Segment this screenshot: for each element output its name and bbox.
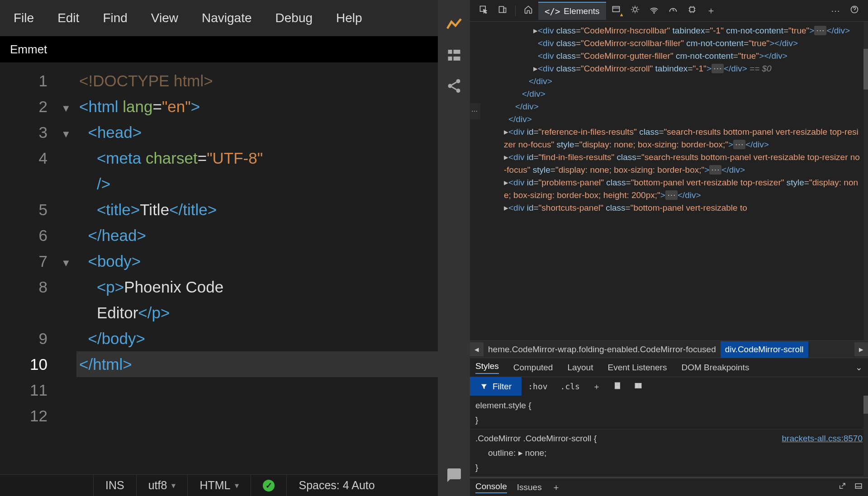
status-lint[interactable]: ✓ [251, 475, 287, 496]
tab-layout[interactable]: Layout [567, 363, 593, 373]
status-encoding[interactable]: utf8▾ [137, 475, 188, 496]
line-number: 5 [0, 197, 47, 222]
bug-icon[interactable] [626, 5, 644, 16]
performance-icon[interactable] [664, 5, 682, 16]
line-number: 12 [0, 403, 47, 429]
svg-rect-4 [499, 6, 504, 12]
line-gutter: 1 2 3 4 5 6 7 8 9 10 11 12 [0, 68, 61, 474]
chevron-down-icon[interactable]: ⌄ [855, 362, 863, 373]
popup-icon[interactable] [838, 482, 846, 492]
tab-console[interactable]: Console [475, 482, 507, 493]
svg-rect-5 [504, 8, 506, 13]
drawer-tabs: Console Issues ＋ [470, 477, 868, 496]
breadcrumb-prev-icon[interactable]: ◂ [470, 342, 484, 356]
more-icon[interactable]: ⋯ [826, 5, 844, 16]
menubar: File Edit Find View Navigate Debug Help [0, 0, 438, 36]
status-language[interactable]: HTML▾ [188, 475, 251, 496]
tab-elements[interactable]: </> Elements [538, 2, 606, 20]
tab-dom-breakpoints[interactable]: DOM Breakpoints [681, 363, 749, 373]
tab-styles[interactable]: Styles [475, 361, 499, 374]
fold-toggle-icon[interactable]: ▼ [61, 250, 71, 276]
extensions-icon[interactable] [446, 47, 462, 65]
fold-toggle-icon[interactable]: ▼ [61, 121, 71, 147]
breadcrumb-item[interactable]: heme.CodeMirror-wrap.folding-enabled.Cod… [484, 341, 721, 358]
collapse-drawer-icon[interactable] [854, 482, 863, 492]
code-icon: </> [545, 6, 560, 16]
menu-find[interactable]: Find [103, 11, 127, 25]
code-body[interactable]: <!DOCTYPE html> <html lang="en"> <head> … [79, 68, 438, 474]
cls-toggle[interactable]: .cls [554, 382, 586, 391]
panel-layout-icon[interactable] [628, 382, 649, 392]
share-icon[interactable] [446, 78, 462, 96]
menu-file[interactable]: File [14, 11, 34, 25]
fold-toggle-icon[interactable]: ▼ [61, 95, 71, 121]
line-number: 3 [0, 119, 47, 145]
svg-point-2 [456, 89, 460, 93]
live-preview-icon[interactable] [446, 16, 462, 34]
menu-edit[interactable]: Edit [57, 11, 79, 25]
svg-point-8 [654, 13, 655, 14]
sources-icon[interactable]: ▲ [607, 5, 625, 16]
line-number: 8 [0, 274, 47, 300]
line-number: 10 [0, 351, 47, 377]
tab-issues[interactable]: Issues [517, 482, 542, 492]
check-icon: ✓ [263, 480, 275, 491]
line-number: 4 [0, 145, 47, 171]
tab-bar: Emmet [0, 36, 438, 62]
tab-emmet[interactable]: Emmet [10, 43, 47, 57]
breadcrumb-item[interactable]: div.CodeMirror-scroll [721, 341, 808, 358]
svg-point-7 [633, 8, 636, 11]
chevron-down-icon: ▾ [235, 481, 239, 491]
devtools-pane: </> Elements ▲ ＋ ⋯ ⋯ ▸<div class="CodeMi… [470, 0, 868, 496]
add-tab-icon[interactable]: ＋ [702, 5, 720, 17]
line-number: 6 [0, 222, 47, 248]
network-icon[interactable] [645, 5, 663, 16]
svg-rect-6 [612, 6, 619, 12]
add-tab-icon[interactable]: ＋ [552, 482, 560, 493]
help-icon[interactable] [845, 5, 863, 16]
memory-icon[interactable] [683, 5, 701, 16]
status-spacer [0, 475, 94, 496]
status-bar: INS utf8▾ HTML▾ ✓ Spaces: 4 Auto [0, 474, 438, 496]
styles-filter-bar: Filter :hov .cls ＋ [470, 377, 868, 396]
chat-icon[interactable] [446, 467, 462, 485]
home-icon[interactable] [519, 5, 537, 16]
svg-rect-13 [855, 484, 862, 489]
tab-computed[interactable]: Computed [513, 363, 553, 373]
line-number: 11 [0, 377, 47, 403]
line-number: 7 [0, 248, 47, 274]
status-insert-mode[interactable]: INS [94, 475, 137, 496]
line-number: 2 [0, 94, 47, 119]
editor-pane: File Edit Find View Navigate Debug Help … [0, 0, 438, 496]
hov-toggle[interactable]: :hov [522, 382, 554, 391]
tab-event-listeners[interactable]: Event Listeners [607, 363, 667, 373]
svg-rect-9 [690, 7, 694, 12]
code-editor[interactable]: 1 2 3 4 5 6 7 8 9 10 11 12 ▼ ▼ ▼ <!DOCTY… [0, 62, 438, 474]
menu-navigate[interactable]: Navigate [202, 11, 252, 25]
menu-debug[interactable]: Debug [275, 11, 313, 25]
dom-tree[interactable]: ⋯ ▸<div class="CodeMirror-hscrollbar" ta… [470, 22, 868, 340]
status-spaces[interactable]: Spaces: 4 Auto [287, 475, 386, 496]
side-rail [438, 0, 470, 496]
line-number: 1 [0, 68, 47, 94]
device-toggle-icon[interactable] [493, 5, 512, 16]
svg-point-1 [448, 84, 452, 88]
fold-gutter: ▼ ▼ ▼ [61, 68, 79, 474]
styles-tabbar: Styles Computed Layout Event Listeners D… [470, 358, 868, 377]
inspect-icon[interactable] [474, 5, 493, 16]
filter-input[interactable]: Filter [470, 377, 522, 396]
breadcrumb-next-icon[interactable]: ▸ [854, 342, 868, 356]
breadcrumb[interactable]: ◂ heme.CodeMirror-wrap.folding-enabled.C… [470, 340, 868, 358]
scrollbar[interactable] [863, 22, 868, 340]
scrollbar[interactable] [863, 396, 868, 477]
menu-help[interactable]: Help [336, 11, 362, 25]
source-link[interactable]: brackets-all.css:8570 [782, 431, 863, 446]
menu-view[interactable]: View [151, 11, 178, 25]
chevron-down-icon: ▾ [171, 481, 175, 491]
ellipsis-icon[interactable]: ⋯ [470, 103, 480, 119]
print-media-icon[interactable] [607, 382, 628, 392]
new-rule-icon[interactable]: ＋ [586, 381, 607, 392]
line-number: 9 [0, 326, 47, 351]
styles-panel[interactable]: element.style { } .CodeMirror .CodeMirro… [470, 396, 868, 477]
svg-point-0 [456, 79, 460, 83]
